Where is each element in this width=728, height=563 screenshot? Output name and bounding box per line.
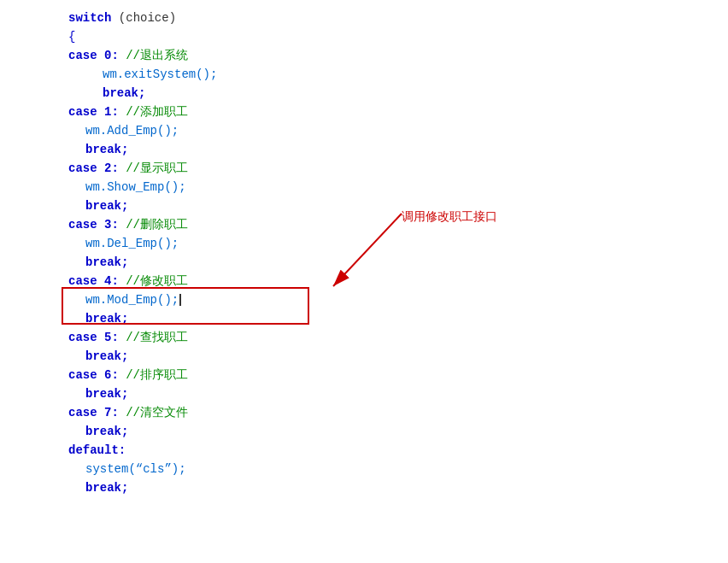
code-line-add: wm.Add_Emp();: [68, 121, 728, 140]
code-line-case0: case 0: //退出系统: [68, 46, 728, 65]
code-line-brace-open: {: [68, 27, 728, 46]
code-line-break3: break;: [68, 253, 728, 272]
code-line-break0: break;: [68, 84, 728, 103]
annotation-text: 调用修改职工接口: [402, 209, 497, 225]
code-line-case4: case 4: //修改职工: [68, 272, 728, 290]
code-line-break7: break;: [68, 422, 728, 441]
code-line-break6: break;: [68, 384, 728, 403]
keyword-switch: switch: [68, 9, 111, 27]
code-line-system: system(“cls”);: [68, 460, 728, 478]
code-line-case5: case 5: //查找职工: [68, 328, 728, 347]
code-line-mod: wm.Mod_Emp();: [68, 290, 728, 309]
code-line-break4: break;: [68, 309, 728, 328]
code-editor: switch (choice) { case 0: //退出系统 wm.exit…: [0, 0, 728, 506]
code-line-del: wm.Del_Emp();: [68, 234, 728, 253]
code-line-break1: break;: [68, 140, 728, 159]
code-line-case7: case 7: //清空文件: [68, 403, 728, 422]
code-line-switch: switch (choice): [68, 9, 728, 27]
code-line-default: default:: [68, 441, 728, 460]
code-line-case3: case 3: //删除职工: [68, 215, 728, 234]
code-line-break2: break;: [68, 196, 728, 215]
code-line-case6: case 6: //排序职工: [68, 366, 728, 384]
code-line-case2: case 2: //显示职工: [68, 159, 728, 178]
code-line-break-default: break;: [68, 478, 728, 497]
code-line-exit: wm.exitSystem();: [68, 65, 728, 84]
text-cursor: [179, 294, 181, 306]
code-line-break5: break;: [68, 347, 728, 366]
code-line-case1: case 1: //添加职工: [68, 103, 728, 121]
code-line-show: wm.Show_Emp();: [68, 178, 728, 196]
